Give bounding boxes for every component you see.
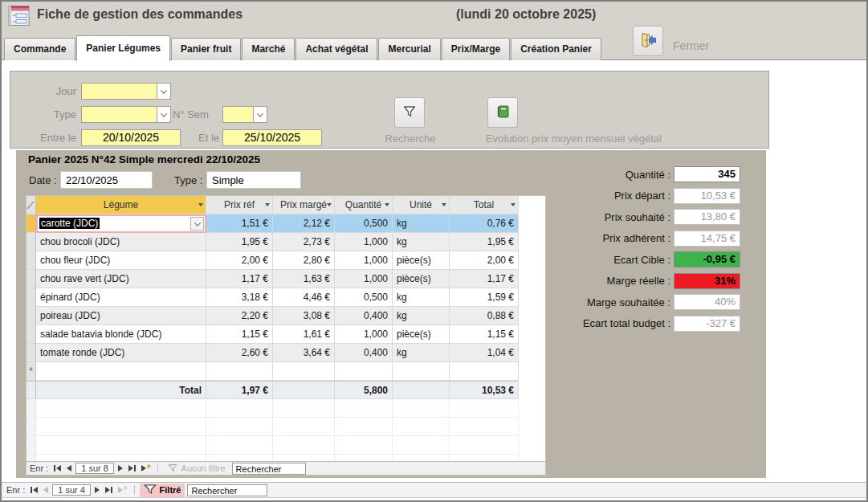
cell-quantite[interactable]: 0,400 xyxy=(335,344,393,362)
tab-mercurial[interactable]: Mercurial xyxy=(378,38,440,60)
next-record-button[interactable] xyxy=(116,465,124,471)
tab-commande[interactable]: Commande xyxy=(4,38,75,60)
row-selector[interactable] xyxy=(26,233,36,251)
filter-arrow-icon[interactable] xyxy=(265,203,270,206)
tab-marche[interactable]: Marché xyxy=(242,38,295,60)
table-row[interactable]: chou fleur (JDC) 2,00 € 2,80 € 1,000 piè… xyxy=(26,251,545,270)
row-selector[interactable] xyxy=(26,325,36,344)
date-from-field[interactable]: 20/10/2025 xyxy=(81,129,181,146)
cell-quantite[interactable]: 1,000 xyxy=(335,233,393,251)
cell-prix-marge[interactable]: 1,63 € xyxy=(273,270,335,288)
filter-arrow-icon[interactable] xyxy=(442,203,446,206)
next-record-button[interactable] xyxy=(93,487,101,493)
cell-total[interactable]: 1,59 € xyxy=(450,288,519,307)
table-row[interactable]: chou rave vert (JDC) 1,17 € 1,63 € 1,000… xyxy=(26,270,545,288)
cell-legume[interactable]: chou rave vert (JDC) xyxy=(36,270,206,288)
date-to-field[interactable]: 25/10/2025 xyxy=(222,129,322,146)
new-record-button[interactable]: * xyxy=(116,487,129,493)
column-header-quantite[interactable]: Quantité xyxy=(335,196,393,214)
cell-legume[interactable]: tomate ronde (JDC) xyxy=(36,344,206,362)
cell-unite[interactable]: kg xyxy=(393,214,450,233)
row-selector[interactable] xyxy=(26,288,36,307)
jour-combobox[interactable] xyxy=(81,83,171,100)
previous-record-button[interactable] xyxy=(65,465,73,471)
filter-arrow-icon[interactable] xyxy=(327,203,332,206)
chevron-down-icon[interactable] xyxy=(157,107,170,122)
table-row[interactable]: salade batavia blonde (JDC) 1,15 € 1,61 … xyxy=(26,325,545,344)
record-position[interactable]: 1 sur 8 xyxy=(75,463,114,474)
cell-prix-ref[interactable]: 3,18 € xyxy=(206,288,273,307)
tab-prix-marge[interactable]: Prix/Marge xyxy=(442,38,510,60)
cell-prix-marge[interactable]: 2,80 € xyxy=(273,251,335,270)
column-header-total[interactable]: Total xyxy=(450,196,519,214)
date-field[interactable]: 22/10/2025 xyxy=(60,171,153,189)
cell-quantite[interactable]: 1,000 xyxy=(335,325,393,344)
cell-prix-ref[interactable]: 2,60 € xyxy=(206,344,273,362)
cell-legume[interactable]: salade batavia blonde (JDC) xyxy=(36,325,206,344)
tab-achat-vegetal[interactable]: Achat végétal xyxy=(295,38,377,60)
first-record-button[interactable] xyxy=(52,465,63,471)
type-combobox[interactable] xyxy=(81,106,171,123)
row-selector[interactable] xyxy=(26,251,36,270)
new-record-marker[interactable]: * xyxy=(26,362,36,381)
cell-unite[interactable]: kg xyxy=(393,288,450,307)
cell-prix-ref[interactable]: 1,17 € xyxy=(206,270,273,288)
recherche-button[interactable] xyxy=(394,97,425,128)
column-header-prix-ref[interactable]: Prix réf xyxy=(206,196,273,214)
cell-prix-ref[interactable]: 1,95 € xyxy=(206,233,273,251)
cell-unite[interactable]: kg xyxy=(393,344,450,362)
row-selector[interactable] xyxy=(26,214,36,233)
cell-legume[interactable]: carotte (JDC) xyxy=(36,214,206,233)
chevron-down-icon[interactable] xyxy=(157,84,170,99)
row-selector[interactable] xyxy=(26,270,36,288)
cell-legume[interactable]: poireau (JDC) xyxy=(36,307,206,325)
table-row[interactable]: épinard (JDC) 3,18 € 4,46 € 0,500 kg 1,5… xyxy=(26,288,545,307)
row-selector[interactable] xyxy=(26,344,36,362)
cell-total[interactable]: 1,95 € xyxy=(450,233,519,251)
cell-legume[interactable]: chou brocoli (JDC) xyxy=(36,233,206,251)
cell-unite[interactable]: kg xyxy=(393,233,450,251)
chevron-down-icon[interactable] xyxy=(253,107,267,122)
row-selector[interactable] xyxy=(26,307,36,325)
cell-unite[interactable]: pièce(s) xyxy=(393,325,450,344)
tab-panier-legumes[interactable]: Panier Légumes xyxy=(76,35,170,61)
record-position[interactable]: 1 sur 4 xyxy=(52,484,91,496)
column-header-unite[interactable]: Unité xyxy=(393,196,450,214)
cell-quantite[interactable]: 0,500 xyxy=(335,288,393,307)
last-record-button[interactable] xyxy=(127,465,137,471)
subform-search-input[interactable]: Rechercher xyxy=(232,463,306,475)
cell-total[interactable]: 1,15 € xyxy=(450,325,519,344)
cell-prix-ref[interactable]: 1,51 € xyxy=(206,214,273,233)
evolution-button[interactable] xyxy=(487,97,518,128)
table-row[interactable]: carotte (JDC) 1,51 € 2,12 € 0,500 kg 0,7… xyxy=(26,214,545,233)
tab-creation-panier[interactable]: Création Panier xyxy=(511,38,601,60)
fermer-button[interactable] xyxy=(633,26,663,56)
cell-legume[interactable]: chou fleur (JDC) xyxy=(36,251,206,270)
cell-unite[interactable]: kg xyxy=(393,307,450,325)
table-row[interactable]: poireau (JDC) 2,20 € 3,08 € 0,400 kg 0,8… xyxy=(26,307,545,325)
cell-unite[interactable]: pièce(s) xyxy=(393,270,450,288)
filter-arrow-icon[interactable] xyxy=(385,203,389,206)
last-record-button[interactable] xyxy=(104,487,114,493)
cell-quantite[interactable]: 0,400 xyxy=(335,307,393,325)
cell-prix-marge[interactable]: 1,61 € xyxy=(273,325,335,344)
legume-combo-dropdown[interactable] xyxy=(190,217,204,231)
cell-total[interactable]: 2,00 € xyxy=(450,251,519,270)
cell-total[interactable]: 1,04 € xyxy=(450,344,519,362)
cell-unite[interactable]: pièce(s) xyxy=(393,251,450,270)
previous-record-button[interactable] xyxy=(42,487,50,493)
cell-total[interactable]: 0,76 € xyxy=(450,214,519,233)
field-quantite[interactable]: 345 xyxy=(674,166,740,182)
cell-prix-marge[interactable]: 2,12 € xyxy=(273,214,335,233)
column-header-prix-marge[interactable]: Prix margé xyxy=(273,196,335,214)
cell-prix-ref[interactable]: 1,15 € xyxy=(206,325,273,344)
tab-panier-fruit[interactable]: Panier fruit xyxy=(171,38,241,60)
column-header-legume[interactable]: Légume xyxy=(36,196,206,214)
cell-total[interactable]: 1,17 € xyxy=(450,270,519,288)
cell-prix-marge[interactable]: 3,08 € xyxy=(273,307,335,325)
table-row[interactable]: tomate ronde (JDC) 2,60 € 3,64 € 0,400 k… xyxy=(26,344,545,362)
filtered-toggle[interactable]: Filtré xyxy=(140,484,185,497)
cell-prix-marge[interactable]: 2,73 € xyxy=(273,233,335,251)
semaine-combobox[interactable] xyxy=(222,106,267,123)
cell-quantite[interactable]: 1,000 xyxy=(335,251,393,270)
